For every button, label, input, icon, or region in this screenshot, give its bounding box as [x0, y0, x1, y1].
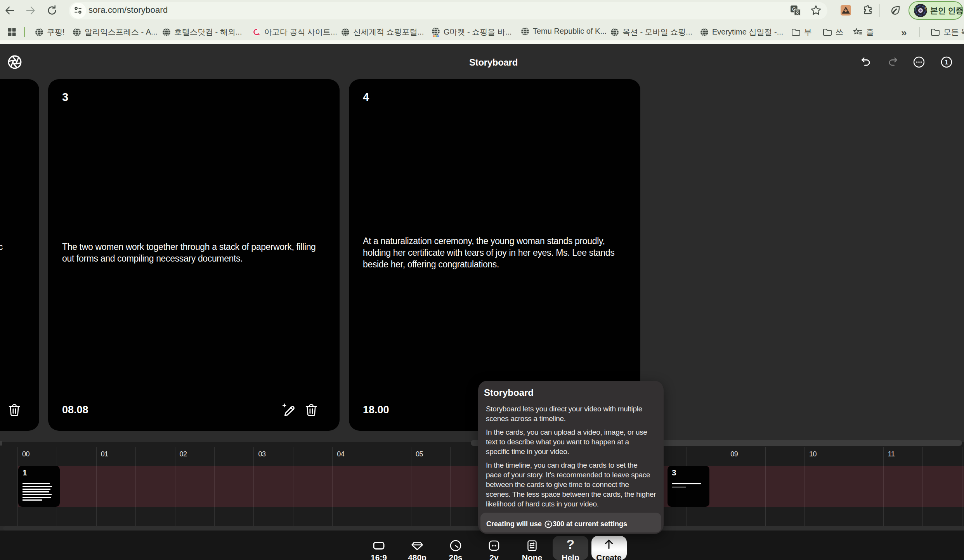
svg-text:1: 1	[945, 59, 948, 66]
